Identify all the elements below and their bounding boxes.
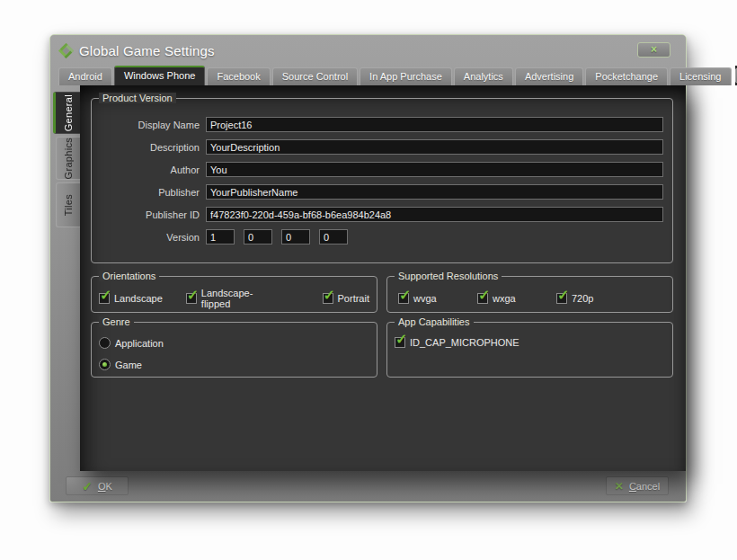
- group-legend: Orientations: [99, 271, 159, 281]
- description-field[interactable]: [206, 139, 663, 155]
- ok-label: OK: [98, 481, 112, 492]
- tab-in-app-purchase[interactable]: In App Purchase: [360, 67, 452, 85]
- radio-icon: [99, 359, 111, 370]
- publisher-id-label: Publisher ID: [95, 209, 200, 220]
- version-build-field[interactable]: [281, 229, 310, 244]
- version-major-field[interactable]: [206, 229, 235, 244]
- options-row-2: Genre Application Game App Capabilities: [91, 322, 673, 378]
- group-legend: App Capabilities: [395, 316, 474, 327]
- tab-source-control[interactable]: Source Control: [272, 67, 358, 85]
- application-radio[interactable]: Application: [99, 337, 369, 349]
- wvga-checkbox[interactable]: wvga: [398, 293, 477, 304]
- field-row: Description: [95, 139, 663, 155]
- side-tab-strip: General Graphics Tiles: [50, 85, 80, 471]
- checkbox-icon: [99, 293, 110, 304]
- display-name-field[interactable]: [206, 117, 663, 132]
- author-field[interactable]: [206, 162, 663, 177]
- version-row: Version: [95, 229, 663, 244]
- side-tab-tiles[interactable]: Tiles: [56, 182, 80, 227]
- check-icon: ✓: [82, 482, 93, 491]
- field-row: Publisher ID: [95, 207, 663, 222]
- display-name-label: Display Name: [95, 120, 200, 130]
- radio-icon: [99, 337, 111, 349]
- supported-resolutions-group: Supported Resolutions wvga wxga 720p: [386, 276, 673, 313]
- group-legend: Supported Resolutions: [395, 271, 502, 281]
- portrait-checkbox[interactable]: Portrait: [323, 293, 369, 304]
- publisher-field[interactable]: [206, 184, 663, 200]
- description-label: Description: [95, 142, 200, 153]
- resolution-options: wvga wxga 720p: [395, 293, 665, 304]
- checkbox-icon: [186, 293, 197, 304]
- tab-facebook[interactable]: Facebook: [207, 67, 270, 85]
- version-revision-field[interactable]: [319, 229, 348, 244]
- field-row: Publisher: [95, 184, 663, 200]
- cancel-label: Cancel: [629, 481, 660, 492]
- title-bar[interactable]: Global Game Settings ×: [50, 35, 686, 66]
- field-row: Author: [95, 162, 663, 177]
- settings-panel: Product Version Display Name Description…: [80, 85, 686, 471]
- landscape-flipped-checkbox[interactable]: Landscape-flipped: [186, 288, 281, 309]
- side-tab-general[interactable]: General: [53, 92, 80, 134]
- checkbox-icon: [395, 337, 405, 348]
- tab-pocketchange[interactable]: Pocketchange: [585, 67, 668, 85]
- tab-analytics[interactable]: Analytics: [454, 67, 513, 85]
- version-label: Version: [95, 232, 200, 243]
- tab-windows-phone[interactable]: Windows Phone: [114, 66, 206, 85]
- global-game-settings-dialog: Global Game Settings × Android Windows P…: [49, 34, 687, 502]
- cancel-button[interactable]: ✕ Cancel: [606, 476, 669, 495]
- tab-advertising[interactable]: Advertising: [515, 67, 583, 85]
- tab-licensing[interactable]: Licensing: [670, 67, 731, 85]
- 720p-checkbox[interactable]: 720p: [556, 293, 635, 304]
- platform-tab-bar: Android Windows Phone Facebook Source Co…: [50, 66, 686, 85]
- dialog-title: Global Game Settings: [79, 43, 215, 58]
- author-label: Author: [95, 164, 200, 175]
- checkbox-icon: [398, 293, 409, 304]
- options-row-1: Orientations Landscape Landscape-flipped: [91, 276, 673, 313]
- publisher-id-field[interactable]: [206, 207, 663, 222]
- genre-group: Genre Application Game: [91, 322, 377, 378]
- genre-options: Application Game: [99, 337, 369, 370]
- app-capabilities-group: App Capabilities ID_CAP_MICROPHONE: [386, 322, 673, 378]
- x-icon: ✕: [615, 482, 624, 491]
- landscape-checkbox[interactable]: Landscape: [99, 293, 163, 304]
- side-tab-graphics[interactable]: Graphics: [56, 137, 80, 180]
- group-legend: Product Version: [99, 93, 176, 103]
- close-icon[interactable]: ×: [637, 42, 670, 58]
- version-minor-field[interactable]: [244, 229, 272, 244]
- checkbox-icon: [477, 293, 488, 304]
- game-radio[interactable]: Game: [99, 359, 369, 370]
- field-row: Display Name: [95, 117, 663, 132]
- wxga-checkbox[interactable]: wxga: [477, 293, 556, 304]
- gamemaker-logo-icon: [58, 42, 75, 59]
- publisher-label: Publisher: [95, 187, 200, 198]
- ok-button[interactable]: ✓ OK: [66, 476, 129, 495]
- orientation-options: Landscape Landscape-flipped Portrait: [99, 288, 369, 309]
- group-legend: Genre: [99, 316, 134, 327]
- checkbox-icon: [323, 293, 333, 304]
- checkbox-icon: [556, 293, 567, 304]
- id-cap-microphone-checkbox[interactable]: ID_CAP_MICROPHONE: [395, 337, 665, 348]
- dialog-footer: ✓ OK ✕ Cancel: [50, 471, 686, 503]
- orientations-group: Orientations Landscape Landscape-flipped: [91, 276, 377, 313]
- product-version-group: Product Version Display Name Description…: [91, 98, 673, 263]
- tab-android[interactable]: Android: [58, 67, 112, 85]
- main-area: General Graphics Tiles Product Version D…: [50, 85, 686, 471]
